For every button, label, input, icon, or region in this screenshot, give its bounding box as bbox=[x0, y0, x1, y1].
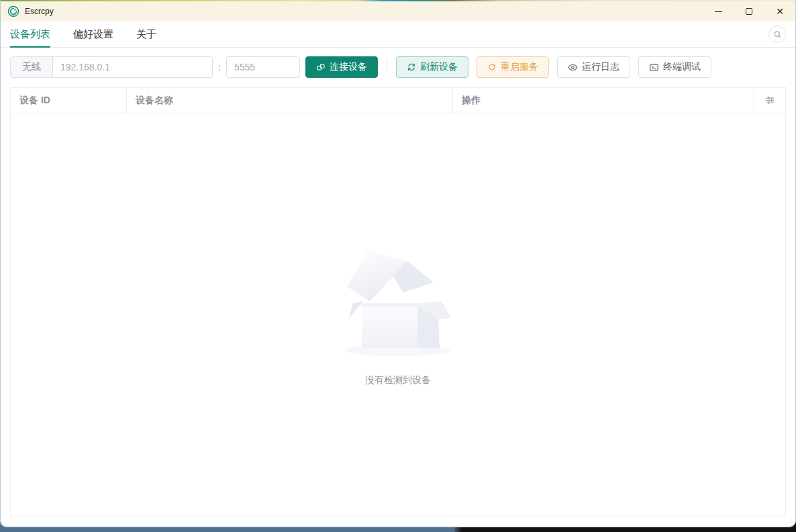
terminal-debug-label: 终端调试 bbox=[663, 61, 701, 73]
column-header-device-name: 设备名称 bbox=[127, 88, 453, 113]
restart-service-label: 重启服务 bbox=[501, 61, 538, 73]
maximize-button[interactable] bbox=[734, 1, 764, 21]
minimize-icon bbox=[715, 11, 722, 12]
refresh-devices-button[interactable]: 刷新设备 bbox=[396, 56, 468, 78]
toolbar: 无线 : 连接设备 刷新设备 bbox=[1, 48, 795, 78]
close-icon: ✕ bbox=[776, 7, 784, 16]
tab-about-label: 关于 bbox=[136, 28, 156, 41]
column-header-operations: 操作 bbox=[453, 88, 754, 113]
host-port-separator: : bbox=[218, 62, 221, 72]
titlebar: Escrcpy ✕ bbox=[1, 1, 795, 21]
window-title: Escrcpy bbox=[25, 7, 54, 16]
run-logs-button[interactable]: 运行日志 bbox=[557, 56, 630, 78]
sliders-icon bbox=[765, 95, 775, 105]
port-input[interactable] bbox=[226, 56, 300, 78]
tab-preferences[interactable]: 偏好设置 bbox=[73, 21, 113, 47]
column-settings-button[interactable] bbox=[754, 88, 785, 113]
terminal-icon bbox=[649, 62, 659, 72]
tab-about[interactable]: 关于 bbox=[136, 21, 156, 47]
wireless-label: 无线 bbox=[11, 57, 53, 77]
app-window: Escrcpy ✕ 设备列表 偏好设置 关于 bbox=[0, 0, 796, 527]
tab-device-list-label: 设备列表 bbox=[10, 28, 50, 41]
search-button[interactable] bbox=[768, 25, 786, 43]
maximize-icon bbox=[746, 8, 752, 15]
tab-bar: 设备列表 偏好设置 关于 bbox=[1, 21, 795, 48]
host-input[interactable] bbox=[53, 57, 212, 77]
terminal-debug-button[interactable]: 终端调试 bbox=[638, 56, 711, 78]
run-logs-label: 运行日志 bbox=[582, 61, 619, 73]
link-icon bbox=[316, 62, 326, 72]
wireless-address-group: 无线 bbox=[10, 56, 213, 78]
connect-device-button[interactable]: 连接设备 bbox=[305, 56, 378, 78]
toolbar-divider bbox=[387, 60, 387, 74]
desktop-screen: Escrcpy ✕ 设备列表 偏好设置 关于 bbox=[0, 0, 796, 532]
device-table-header: 设备 ID 设备名称 操作 bbox=[11, 88, 785, 113]
refresh-icon bbox=[407, 62, 416, 72]
search-icon bbox=[773, 30, 782, 39]
empty-state-text: 没有检测到设备 bbox=[365, 374, 431, 386]
eye-icon bbox=[568, 62, 578, 72]
device-table: 设备 ID 设备名称 操作 bbox=[10, 87, 786, 517]
empty-box-illustration bbox=[344, 244, 452, 358]
refresh-right-icon bbox=[487, 62, 497, 72]
app-logo-icon bbox=[7, 5, 19, 17]
device-table-empty-state: 没有检测到设备 bbox=[11, 113, 785, 517]
tab-preferences-label: 偏好设置 bbox=[73, 28, 113, 41]
connect-device-label: 连接设备 bbox=[330, 61, 367, 73]
column-header-device-id: 设备 ID bbox=[11, 88, 127, 113]
tab-device-list[interactable]: 设备列表 bbox=[10, 21, 50, 47]
refresh-devices-label: 刷新设备 bbox=[420, 61, 458, 73]
minimize-button[interactable] bbox=[703, 1, 734, 21]
window-controls: ✕ bbox=[703, 1, 795, 21]
restart-service-button[interactable]: 重启服务 bbox=[477, 56, 549, 78]
close-button[interactable]: ✕ bbox=[764, 1, 795, 21]
